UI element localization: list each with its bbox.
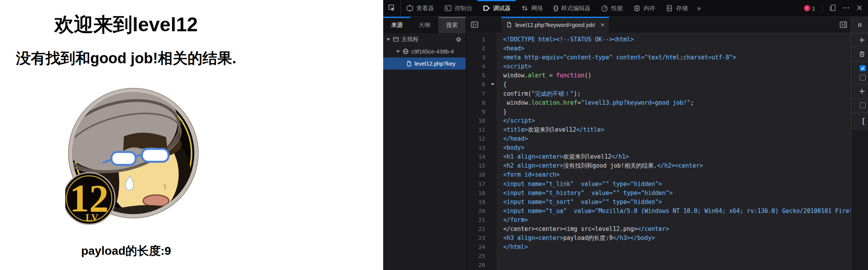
line-number[interactable]: 19 bbox=[466, 198, 497, 207]
toolbar-tab-console[interactable]: 控制台 bbox=[439, 0, 477, 16]
more-tools-button[interactable]: » bbox=[693, 0, 705, 16]
pause-button[interactable] bbox=[851, 17, 868, 33]
pick-element-button[interactable] bbox=[383, 0, 401, 16]
toolbar-tab-memory[interactable]: 内存 bbox=[628, 0, 660, 16]
code-token: <h3 align=center> bbox=[503, 234, 563, 241]
plus-icon bbox=[858, 88, 866, 95]
line-number[interactable]: 7 bbox=[466, 89, 497, 98]
file-icon bbox=[506, 21, 512, 29]
toolbar-tab-label: 查看器 bbox=[416, 5, 434, 12]
expanded-caret-icon[interactable] bbox=[386, 38, 390, 41]
line-number[interactable]: 14 bbox=[466, 152, 497, 161]
line-number[interactable]: 18 bbox=[466, 189, 497, 198]
code-line-26 bbox=[498, 261, 851, 270]
page-title: 欢迎来到level12 bbox=[0, 12, 252, 38]
line-number[interactable]: 24 bbox=[466, 243, 497, 252]
code-token: window. bbox=[503, 72, 528, 79]
remove-breakpoints-button[interactable] bbox=[851, 47, 868, 62]
code-line-10: </script> bbox=[498, 116, 851, 125]
code-token: <h2 align=center> bbox=[503, 162, 563, 169]
line-number[interactable]: 25 bbox=[466, 252, 497, 261]
line-number[interactable]: 13 bbox=[466, 143, 497, 152]
toolbar-tab-style-editor[interactable]: {}样式编辑器 bbox=[548, 0, 595, 16]
line-number[interactable]: 9 bbox=[466, 107, 497, 116]
devtools-menu-button[interactable] bbox=[841, 3, 852, 14]
code-token: 没有找到和good job!相关的结果. bbox=[563, 162, 657, 169]
line-number[interactable]: 26 bbox=[466, 261, 497, 270]
line-number[interactable]: 23 bbox=[466, 234, 497, 243]
add-xhr-breakpoint-button[interactable] bbox=[851, 84, 868, 98]
code-token: "完成的不错！" bbox=[531, 90, 574, 97]
code-token: <title> bbox=[503, 126, 528, 133]
sources-tab-sources[interactable]: 来源 bbox=[383, 17, 411, 33]
trash-icon bbox=[858, 50, 866, 58]
toolbar-tab-label: 内存 bbox=[644, 5, 655, 12]
code-token: window. bbox=[503, 99, 531, 106]
close-devtools-button[interactable] bbox=[854, 3, 865, 14]
code-line-3: <meta http-equiv="content-type" content=… bbox=[498, 53, 851, 62]
code-line-17: <input name="t_link" value="" type="hidd… bbox=[498, 180, 851, 189]
tree-row-label: 主线程 bbox=[402, 36, 419, 43]
add-watch-expression-button[interactable] bbox=[851, 33, 868, 47]
code-token: = bbox=[577, 99, 581, 106]
checkbox-unchecked-icon[interactable] bbox=[860, 102, 866, 108]
toolbar-tab-network[interactable]: 网络 bbox=[516, 0, 548, 16]
line-number[interactable]: 6 bbox=[466, 80, 497, 89]
line-number[interactable]: 4 bbox=[466, 62, 497, 71]
line-number[interactable]: 8 bbox=[466, 98, 497, 107]
sources-tab-outline[interactable]: 大纲 bbox=[411, 17, 438, 33]
code-line-1: <!DOCTYPE html><!--STATUS OK--><html> bbox=[498, 35, 851, 44]
code-view[interactable]: <!DOCTYPE html><!--STATUS OK--><html><he… bbox=[498, 33, 851, 270]
code-line-8: window.location.href="level13.php?keywor… bbox=[498, 98, 851, 107]
file-tab[interactable]: level12.php?keyword=good job! × bbox=[501, 17, 610, 33]
responsive-icon bbox=[829, 4, 837, 13]
checkbox-unchecked-icon[interactable] bbox=[860, 75, 866, 80]
fold-caret-icon[interactable] bbox=[491, 83, 495, 86]
expanded-caret-icon[interactable] bbox=[396, 50, 400, 53]
close-tab-icon[interactable]: × bbox=[601, 21, 604, 29]
error-count-badge[interactable]: ! 1 bbox=[804, 5, 815, 12]
mouth bbox=[143, 195, 169, 207]
line-number[interactable]: 5 bbox=[466, 71, 497, 80]
collapse-sources-pane-button[interactable] bbox=[470, 20, 479, 30]
code-token: </h2><center> bbox=[657, 162, 703, 169]
toolbar-tab-storage[interactable]: 存储 bbox=[660, 0, 693, 16]
line-number[interactable]: 21 bbox=[466, 216, 497, 225]
checkbox-checked-icon[interactable] bbox=[860, 65, 866, 71]
line-number[interactable]: 10 bbox=[466, 116, 497, 125]
tree-row-main-thread[interactable]: 主线程 bbox=[383, 33, 466, 45]
sources-sidebar: 来源大纲搜索 主线程c9f165ce-439b-4level12.php?key bbox=[383, 17, 466, 270]
line-number[interactable]: 17 bbox=[466, 180, 497, 189]
dom-mutation-checkbox[interactable] bbox=[851, 98, 868, 113]
line-number[interactable]: 3 bbox=[466, 53, 497, 62]
toolbar-tab-debugger[interactable]: 调试器 bbox=[477, 0, 516, 16]
tree-row-origin[interactable]: c9f165ce-439b-4 bbox=[383, 45, 466, 57]
code-line-6: { bbox=[498, 80, 851, 89]
sources-tree: 主线程c9f165ce-439b-4level12.php?key bbox=[383, 33, 466, 270]
line-number[interactable]: 1 bbox=[466, 35, 497, 44]
page-subtitle: 没有找到和good job!相关的结果. bbox=[0, 48, 252, 68]
level12-character-image: 12 LV bbox=[65, 86, 199, 229]
collapse-pane-icon bbox=[470, 23, 479, 30]
line-number[interactable]: 12 bbox=[466, 134, 497, 143]
responsive-design-mode-button[interactable] bbox=[827, 3, 838, 14]
tree-row-file[interactable]: level12.php?key bbox=[383, 57, 466, 70]
pause-on-exceptions-group[interactable] bbox=[851, 62, 868, 84]
line-number[interactable]: 11 bbox=[466, 125, 497, 134]
code-token: href bbox=[563, 99, 577, 106]
toolbar-tab-performance[interactable]: 性能 bbox=[595, 0, 628, 16]
toolbar-tab-inspector[interactable]: 查看器 bbox=[401, 0, 439, 16]
debugger-icon bbox=[482, 4, 490, 12]
sources-tab-search[interactable]: 搜索 bbox=[438, 17, 466, 33]
event-listener-breakpoints-section[interactable]: [ bbox=[851, 113, 868, 130]
file-icon bbox=[406, 61, 412, 67]
line-number[interactable]: 16 bbox=[466, 170, 497, 179]
plus-icon bbox=[858, 36, 866, 44]
line-number[interactable]: 2 bbox=[466, 44, 497, 53]
gear-icon[interactable] bbox=[455, 36, 462, 43]
code-token: <input name="t_link" value="" type="hidd… bbox=[503, 181, 662, 188]
expand-panes-button[interactable] bbox=[839, 20, 848, 30]
line-number[interactable]: 20 bbox=[466, 207, 497, 216]
line-number[interactable]: 22 bbox=[466, 225, 497, 234]
line-number[interactable]: 15 bbox=[466, 161, 497, 170]
